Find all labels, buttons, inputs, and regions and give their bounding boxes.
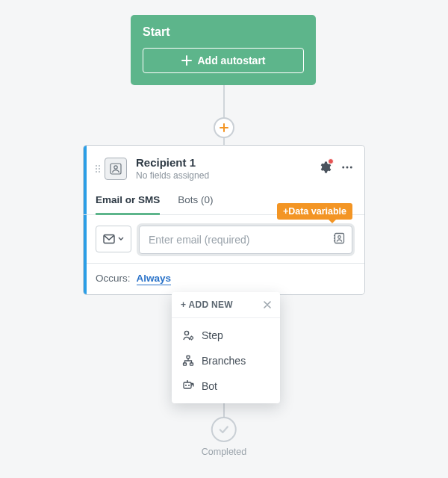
plus-icon bbox=[219, 122, 229, 133]
add-autostart-label: Add autostart bbox=[198, 55, 266, 66]
recipient-subtitle: No fields assigned bbox=[136, 170, 318, 181]
occurs-label: Occurs: bbox=[96, 273, 131, 285]
add-new-item-branches[interactable]: Branches bbox=[172, 348, 280, 373]
svg-rect-12 bbox=[190, 363, 193, 365]
recipient-icon bbox=[105, 158, 127, 180]
svg-point-15 bbox=[188, 385, 190, 386]
tab-bots[interactable]: Bots (0) bbox=[178, 187, 213, 215]
svg-rect-11 bbox=[184, 363, 187, 365]
svg-point-7 bbox=[338, 236, 341, 239]
recipient-header: Recipient 1 No fields assigned bbox=[84, 146, 364, 187]
check-icon bbox=[217, 423, 231, 436]
start-title: Start bbox=[143, 25, 304, 39]
svg-point-4 bbox=[350, 166, 352, 168]
address-book-button[interactable] bbox=[333, 232, 345, 247]
envelope-icon bbox=[103, 234, 115, 244]
step-icon bbox=[182, 329, 194, 341]
svg-point-16 bbox=[187, 380, 188, 382]
add-step-circle[interactable] bbox=[214, 117, 234, 138]
svg-rect-10 bbox=[187, 356, 190, 358]
svg-point-14 bbox=[185, 385, 187, 386]
recipient-tabs: Email or SMS Bots (0) +Data variable bbox=[84, 187, 364, 215]
add-new-title: + ADD NEW bbox=[181, 299, 233, 310]
add-new-item-label: Branches bbox=[202, 355, 246, 367]
drag-handle-icon[interactable] bbox=[94, 164, 99, 174]
add-new-item-step[interactable]: Step bbox=[172, 323, 280, 348]
add-new-close-button[interactable] bbox=[264, 299, 271, 310]
svg-point-8 bbox=[184, 331, 188, 335]
data-variable-button[interactable]: +Data variable bbox=[277, 203, 352, 220]
recipient-settings-button[interactable] bbox=[318, 161, 332, 177]
address-book-icon bbox=[333, 232, 345, 244]
close-icon bbox=[264, 301, 271, 308]
chevron-down-icon bbox=[118, 237, 124, 241]
completed-node: Completed bbox=[202, 417, 246, 457]
svg-point-9 bbox=[190, 337, 193, 340]
more-icon bbox=[340, 161, 354, 174]
svg-point-3 bbox=[346, 166, 349, 168]
occurs-value[interactable]: Always bbox=[137, 273, 172, 285]
recipient-title: Recipient 1 bbox=[136, 156, 318, 169]
recipient-more-button[interactable] bbox=[340, 161, 354, 177]
email-input[interactable] bbox=[139, 226, 352, 254]
plus-icon bbox=[181, 55, 192, 66]
add-new-popover: + ADD NEW Step Branches Bot bbox=[172, 292, 280, 403]
add-new-item-label: Bot bbox=[202, 380, 217, 392]
tab-email-or-sms[interactable]: Email or SMS bbox=[96, 187, 160, 215]
svg-rect-13 bbox=[184, 382, 191, 388]
occurs-row: Occurs: Always bbox=[84, 263, 364, 294]
bot-icon bbox=[182, 380, 194, 392]
add-new-item-label: Step bbox=[202, 329, 223, 341]
start-card: Start Add autostart bbox=[131, 15, 316, 85]
completed-label: Completed bbox=[202, 447, 246, 457]
branches-icon bbox=[182, 355, 194, 367]
alert-dot-icon bbox=[328, 158, 334, 164]
recipient-card: Recipient 1 No fields assigned Email or … bbox=[83, 145, 365, 295]
svg-point-2 bbox=[342, 166, 344, 168]
add-autostart-button[interactable]: Add autostart bbox=[143, 48, 304, 73]
add-new-item-bot[interactable]: Bot bbox=[172, 373, 280, 399]
svg-point-1 bbox=[114, 165, 117, 168]
channel-select[interactable] bbox=[96, 226, 131, 252]
